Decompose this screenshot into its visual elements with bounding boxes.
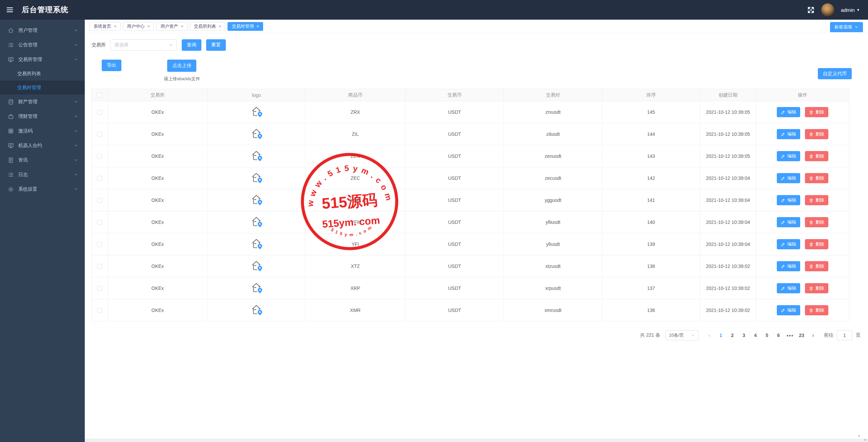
delete-button[interactable]: 删除 [805, 151, 828, 161]
export-button[interactable]: 导出 [102, 60, 121, 71]
delete-button[interactable]: 删除 [805, 107, 828, 117]
close-icon[interactable]: × [181, 24, 183, 28]
sidebar-item-logs[interactable]: 日志 [0, 167, 85, 182]
close-icon[interactable]: × [147, 24, 150, 28]
tab-trading-pairs[interactable]: 交易对管理 × [228, 22, 263, 31]
page-number[interactable]: 4 [751, 331, 760, 340]
horizontal-scrollbar[interactable] [85, 439, 868, 442]
row-checkbox[interactable] [97, 242, 102, 247]
table-row: OKEx ZEN USDT zenusdt 143 2021-10-12 10:… [92, 145, 849, 167]
tab-system-home[interactable]: 系统首页 × [90, 22, 121, 31]
scrollbar-arrow-icon[interactable]: ▾ [864, 438, 866, 442]
col-sort: 排序 [602, 89, 700, 101]
chevron-down-icon [854, 25, 859, 29]
sidebar-item-announcements[interactable]: 公告管理 [0, 38, 85, 52]
reset-button[interactable]: 重置 [206, 39, 226, 51]
edit-button[interactable]: 编辑 [777, 305, 800, 315]
edit-button[interactable]: 编辑 [777, 239, 800, 249]
content: 交易所 请选择 查询 重置 导出 点击上传 请上传xlsx/xls文件 自定义代 [85, 33, 868, 442]
delete-button[interactable]: 删除 [805, 305, 828, 315]
user-menu[interactable]: admin ▾ [841, 7, 859, 13]
chevron-down-icon [74, 114, 78, 119]
row-checkbox[interactable] [97, 308, 102, 313]
select-all-checkbox[interactable] [97, 93, 102, 98]
close-icon[interactable]: × [256, 24, 259, 28]
edit-button[interactable]: 编辑 [777, 151, 800, 161]
cell-product-coin: XRP [305, 277, 405, 299]
tab-user-assets[interactable]: 用户资产 × [156, 22, 188, 31]
tab-exchange-list[interactable]: 交易所列表 × [190, 22, 225, 31]
sidebar-item-system-settings[interactable]: 系统设置 [0, 182, 85, 196]
avatar[interactable] [821, 3, 834, 16]
page-number[interactable]: 2 [728, 331, 737, 340]
custom-token-button[interactable]: 自定义代币 [818, 68, 852, 79]
row-checkbox[interactable] [97, 286, 102, 291]
upload-button[interactable]: 点击上传 [167, 60, 196, 72]
delete-button[interactable]: 删除 [805, 173, 828, 183]
sidebar-item-assets[interactable]: 财产管理 [0, 94, 85, 109]
exchange-select[interactable]: 请选择 [111, 39, 177, 51]
prev-page-button[interactable]: ‹ [705, 331, 714, 340]
pencil-icon [781, 198, 785, 203]
row-checkbox[interactable] [97, 176, 102, 181]
grid-icon [8, 128, 14, 134]
page-number[interactable]: 6 [774, 331, 783, 340]
edit-button[interactable]: 编辑 [777, 217, 800, 227]
delete-button[interactable]: 删除 [805, 239, 828, 249]
close-icon[interactable]: × [219, 24, 221, 28]
col-product-coin: 商品币 [305, 89, 405, 101]
page-number-last[interactable]: 23 [797, 331, 806, 340]
edit-button[interactable]: 编辑 [777, 261, 800, 271]
cell-created: 2021-10-12 10:39:02 [700, 299, 756, 321]
page-number[interactable]: 3 [739, 331, 749, 340]
row-checkbox[interactable] [97, 110, 102, 115]
search-button[interactable]: 查询 [182, 39, 201, 51]
sidebar-item-robot-contracts[interactable]: 机器人合约 [0, 138, 85, 153]
more-pages-icon[interactable]: ●●● [785, 331, 795, 340]
delete-button[interactable]: 删除 [805, 195, 828, 205]
logo-placeholder-icon [249, 303, 263, 316]
edit-button[interactable]: 编辑 [777, 107, 800, 117]
cell-exchange: OKEx [107, 101, 208, 123]
row-checkbox[interactable] [97, 264, 102, 269]
chevron-down-icon [74, 100, 78, 104]
cell-created: 2021-10-12 10:39:04 [700, 211, 756, 233]
row-checkbox[interactable] [97, 132, 102, 137]
page-size-select[interactable]: 10条/页 [666, 330, 698, 340]
edit-button[interactable]: 编辑 [777, 195, 800, 205]
cell-created: 2021-10-12 10:39:05 [700, 145, 756, 167]
edit-button[interactable]: 编辑 [777, 283, 800, 293]
sidebar-item-exchange-list[interactable]: 交易所列表 [0, 67, 85, 81]
goto-page-input[interactable] [837, 330, 852, 340]
trash-icon [809, 308, 813, 313]
sidebar-item-exchange-management[interactable]: 交易所管理 [0, 52, 85, 67]
sidebar-item-activation-codes[interactable]: 激活码 [0, 124, 85, 138]
sidebar-item-wealth[interactable]: 理财管理 [0, 109, 85, 124]
menu-toggle-icon[interactable] [6, 6, 14, 14]
close-icon[interactable]: × [114, 24, 117, 28]
cell-exchange: OKEx [107, 167, 208, 189]
list-icon [8, 42, 14, 48]
tab-user-center[interactable]: 用户中心 × [123, 22, 154, 31]
next-page-button[interactable]: › [808, 331, 818, 340]
sidebar-item-trading-pairs[interactable]: 交易对管理 [0, 81, 85, 94]
delete-button[interactable]: 删除 [805, 283, 828, 293]
delete-button[interactable]: 删除 [805, 261, 828, 271]
sidebar-item-users[interactable]: 用户管理 [0, 23, 85, 38]
edit-button[interactable]: 编辑 [777, 173, 800, 183]
page-number[interactable]: 1 [716, 331, 726, 340]
edit-button[interactable]: 编辑 [777, 129, 800, 139]
trash-icon [809, 264, 813, 269]
row-checkbox[interactable] [97, 154, 102, 159]
tab-options-button[interactable]: 标签选项 [830, 22, 863, 32]
row-checkbox[interactable] [97, 198, 102, 203]
delete-button[interactable]: 删除 [805, 217, 828, 227]
row-checkbox[interactable] [97, 220, 102, 225]
cell-pair: yfiiusdt [504, 211, 602, 233]
delete-button[interactable]: 删除 [805, 129, 828, 139]
fullscreen-icon[interactable] [807, 6, 814, 14]
cell-sort: 139 [602, 233, 700, 255]
scrollbar-arrow-icon[interactable]: ▾ [858, 434, 860, 438]
page-number[interactable]: 5 [762, 331, 772, 340]
sidebar-item-news[interactable]: 资讯 [0, 153, 85, 167]
